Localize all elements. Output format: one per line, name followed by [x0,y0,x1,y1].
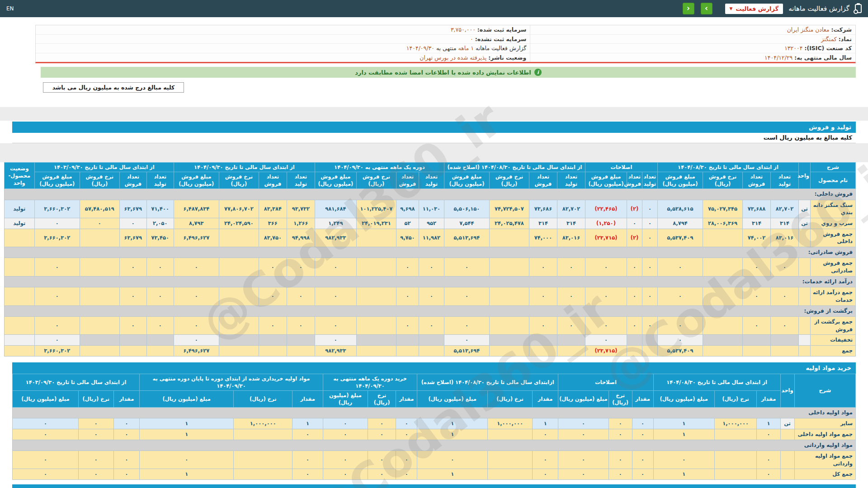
table-row: سنگ منگنز دانه بنديتن۸۲,۷۰۲۷۳,۶۸۸۷۵,۰۲۷,… [4,200,855,218]
data-cell [714,429,757,440]
report-type-dropdown-label: گزارش فعالیت [736,5,778,12]
data-cell: ۱۰۱,۲۲۵,۴۰۷ [356,200,396,218]
data-cell: ۸۳,۰۱۶ [557,229,585,247]
data-cell: ۷۷,۸۰۶,۷۰۲ [219,200,259,218]
data-cell: ۱ [757,418,780,429]
column-subheader: تعداد تولید [146,172,174,189]
unit-cell [799,345,811,356]
data-cell: ۱ [417,429,488,440]
status-cell [4,229,34,247]
data-cell [743,345,771,356]
data-cell: ۵,۵۰۶,۱۵۰ [444,200,489,218]
column-subheader: مقدار [533,390,558,407]
data-cell: ۹۵۲ [419,218,444,229]
signed-info-text: اطلاعات نمایش داده شده با اطلاعات امضا ش… [355,69,531,76]
data-cell: ۶,۴۹۶,۶۲۷ [174,229,219,247]
table-row: جمع درآمد ارائه خدمات۰۰۰۰۰۰۰۰۰۰۰۰۰۰۰۰۰۰ [4,287,855,305]
table-row: درآمد ارائه خدمات: [4,276,855,287]
column-subheader: نرخ (ریال) [78,390,113,407]
data-cell: ۱,۲۴۹ [315,218,356,229]
data-cell: ۰ [533,469,558,480]
data-cell: ۰ [396,287,419,305]
data-cell: ۰ [757,469,780,480]
data-cell: ۰ [529,258,557,276]
data-cell: ۰ [609,429,632,440]
data-cell: ۰ [609,451,632,469]
section-row-label: فروش داخلی: [4,189,855,200]
section-row-label: مواد اولیه وارداتی [13,440,856,450]
language-toggle-en[interactable]: EN [6,5,14,12]
column-subheader: مقدار [292,390,323,407]
data-cell: ۹۸۲,۹۳۳ [315,345,356,356]
column-subheader: تعداد تولید [557,172,585,189]
data-cell: ۵,۵۳۷,۴۰۹ [657,345,703,356]
row-label: جمع فروش صادراتی [811,258,856,276]
column-subheader: مبلغ (میلیون ریال) [417,390,488,407]
data-cell [714,469,757,480]
column-subheader: تعداد تولید [287,172,315,189]
data-cell: ۰ [632,469,653,480]
data-cell: ۰ [259,316,287,334]
data-cell: ۱,۲۶۶ [287,218,315,229]
table-row: جمع مواد اولیه وارداتی۰۰۰۰۰۰۰۰۰۰۰۰۰۰۰ [13,451,856,469]
column-group-header: از ابتدای سال مالی تا تاریخ ۱۴۰۴/۰۸/۳۰ (… [444,163,585,172]
data-cell: ۰ [444,258,489,276]
column-group-header: ازابتدای سال مالی تا تاریخ ۱۴۰۴/۰۸/۳۰ (ا… [417,374,558,390]
column-subheader: نرخ فروش (ریال) [219,172,259,189]
data-cell [771,345,799,356]
column-group-header: دوره یک ماهه منتهی به ۱۴۰۴/۰۹/۳۰ [315,163,444,172]
data-cell: ۰ [632,429,653,440]
data-cell: ۰ [259,287,287,305]
column-header-sherh: شرح [794,374,855,407]
info-text: ۱۴۰۴/۰۹/۳۰ [406,45,434,52]
data-cell: ۰ [119,287,146,305]
data-cell: ۰ [315,287,356,305]
data-cell: ۰ [743,287,771,305]
data-cell [259,335,287,346]
table-row: تخفیفات۰۰۰۰۰۰ [4,335,855,346]
status-cell [4,335,34,346]
data-cell: (۲۲,۴۶۵) [585,200,627,218]
data-cell [119,345,146,356]
data-cell [119,335,146,346]
data-cell [219,258,259,276]
data-cell: ۰ [771,287,799,305]
data-cell: ۰ [657,335,703,346]
data-cell: ۰ [146,316,174,334]
column-subheader: مقدار [757,390,780,407]
data-cell: ۰ [419,287,444,305]
data-cell: ۰ [396,469,417,480]
info-row: گزارش فعالیت ماهانه ۱ ماهه منتهی به ۱۴۰۴… [36,44,530,53]
unit-cell [799,335,811,346]
data-cell [356,345,396,356]
info-row: نماد: کمنگنز [530,35,855,44]
prev-report-button[interactable]: ‹ [683,3,694,14]
report-type-dropdown[interactable]: گزارش فعالیت ▼ [725,4,783,14]
data-cell: ۰ [292,451,323,469]
data-cell [488,451,533,469]
data-cell: ۰ [323,429,368,440]
data-cell: ۰ [632,418,653,429]
data-cell: ۱,۰۰۰,۰۰۰ [488,418,533,429]
data-cell [80,316,119,334]
column-subheader: مبلغ (میلیون ریال) [13,390,79,407]
data-cell: ۰ [609,418,632,429]
column-subheader: مبلغ (میلیون ریال) [323,390,368,407]
data-cell: ۰ [174,258,219,276]
data-cell [219,229,259,247]
data-cell: ۰ [558,418,609,429]
data-cell: ۰ [609,469,632,480]
table-row: مواد اولیه وارداتی [13,440,856,450]
production-sales-subtitle: کلیه مبالغ به میلیون ریال است [12,133,856,143]
data-cell: ۵,۵۳۷,۴۰۹ [657,229,703,247]
data-cell: ۰ [529,316,557,334]
data-cell: ۰ [80,218,119,229]
row-label: جمع فروش داخلی [811,229,856,247]
data-cell [642,335,657,346]
next-report-button[interactable]: › [701,3,712,14]
row-label: جمع مواد اولیه وارداتی [794,451,855,469]
data-cell: ۰ [34,258,80,276]
data-cell: ۶۳,۶۷۹ [119,229,146,247]
section-row-label: فروش صادراتی: [4,247,855,258]
data-cell: (۲) [627,200,642,218]
